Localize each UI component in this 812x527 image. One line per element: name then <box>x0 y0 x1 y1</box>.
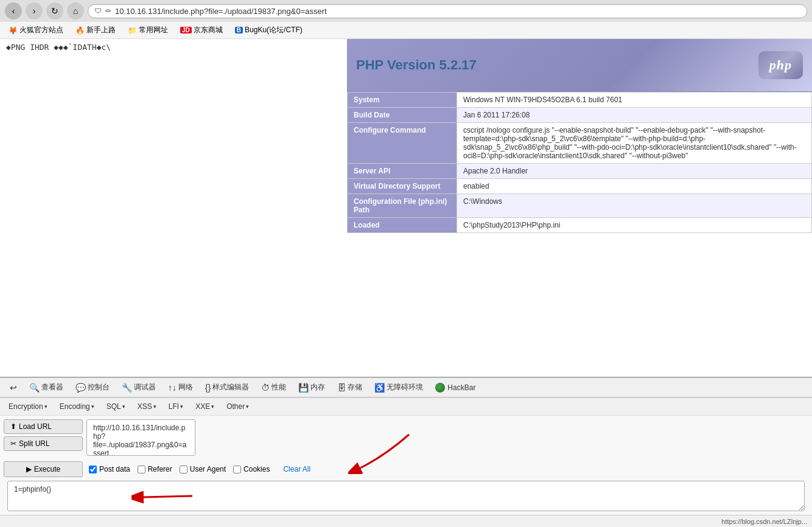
accessibility-icon: ♿ <box>374 383 385 393</box>
post-data-label: Post data <box>99 465 130 473</box>
php-table-row: Configure Commandcscript /nologo configu… <box>348 123 812 164</box>
php-table-value: C:\phpStudy2013\PHP\php.ini <box>457 218 812 233</box>
menu-other[interactable]: Other ▾ <box>223 400 253 413</box>
status-bar: https://blog.csdn.net/LZlnjp... <box>0 515 812 527</box>
post-data-checkbox-item: Post data <box>89 465 130 473</box>
devtools-debugger[interactable]: 🔧 调试器 <box>117 380 161 395</box>
php-table-row: LoadedC:\phpStudy2013\PHP\php.ini <box>348 218 812 233</box>
php-table-value: Apache 2.0 Handler <box>457 164 812 179</box>
hackbar-tab[interactable]: HackBar <box>430 380 480 395</box>
security-icon: 🛡 <box>94 7 102 15</box>
bookmark-bugku[interactable]: B BugKu(论坛/CTF) <box>231 24 306 37</box>
php-table-label: Loaded <box>348 218 457 233</box>
devtools-performance[interactable]: ⏱ 性能 <box>256 380 291 395</box>
devtools-storage[interactable]: 🗄 存储 <box>332 380 367 395</box>
address-bar[interactable]: 🛡 ✏ 10.10.16.131/include.php?file=./uplo… <box>88 4 807 18</box>
devtools-style-editor[interactable]: {} 样式编辑器 <box>200 380 254 395</box>
address-path: /include.php?file=./upload/19837.png&0=a… <box>161 7 327 16</box>
style-editor-icon: {} <box>205 383 211 393</box>
devtools-inspector[interactable]: 🔍 查看器 <box>24 380 68 395</box>
bookmark-label: 火狐官方站点 <box>19 25 63 35</box>
menu-encoding[interactable]: Encoding ▾ <box>56 400 98 413</box>
checkboxes-row: Post data Referer User Agent Cookies C <box>89 465 808 473</box>
split-url-label: Split URL <box>19 439 50 448</box>
back-button[interactable]: ‹ <box>5 2 22 19</box>
xxe-dropdown-arrow: ▾ <box>211 403 214 410</box>
php-table-label: Server API <box>348 164 457 179</box>
php-table-row: Build DateJan 6 2011 17:26:08 <box>348 108 812 123</box>
php-table-label: Configure Command <box>348 123 457 164</box>
debugger-icon: 🔧 <box>122 383 132 393</box>
bookmark-common[interactable]: 📁 常用网址 <box>124 24 172 37</box>
bookmark-label: 常用网址 <box>139 25 168 35</box>
load-url-button[interactable]: ⬆ Load URL <box>4 419 83 434</box>
bookmark-firefox[interactable]: 🦊 火狐官方站点 <box>5 24 67 37</box>
php-version-title: PHP Version 5.2.17 <box>356 57 477 73</box>
hackbar-body: ⬆ Load URL ✂ Split URL http://10.10.16.1… <box>0 416 812 515</box>
referer-label: Referer <box>148 465 172 473</box>
referer-checkbox[interactable] <box>138 466 145 473</box>
lfi-label: LFI <box>169 402 179 411</box>
devtools-network[interactable]: ↑↓ 网络 <box>163 380 198 395</box>
flame-icon: 🔥 <box>75 26 85 35</box>
lfi-dropdown-arrow: ▾ <box>180 403 183 410</box>
php-table-row: SystemWindows NT WIN-T9HDS45O2BA 6.1 bui… <box>348 92 812 108</box>
forward-button[interactable]: › <box>26 2 43 19</box>
hackbar-menu: Encryption ▾ Encoding ▾ SQL ▾ XSS ▾ LFI … <box>0 398 812 416</box>
content-area: ◆PNG IHDR ◆◆◆`IDATH◆c\ PHP Version 5.2.1… <box>0 39 812 377</box>
address-host: 10.10.16.131 <box>115 7 161 16</box>
browser-window: ‹ › ↻ ⌂ 🛡 ✏ 10.10.16.131/include.php?fil… <box>0 0 812 527</box>
sql-dropdown-arrow: ▾ <box>122 403 125 410</box>
menu-xxe[interactable]: XXE ▾ <box>192 400 218 413</box>
clear-all-button[interactable]: Clear All <box>283 465 310 473</box>
load-icon: ⬆ <box>10 422 16 431</box>
execute-button[interactable]: ▶ Execute <box>4 461 83 477</box>
status-url: https://blog.csdn.net/LZlnjp... <box>721 518 807 525</box>
devtools-console[interactable]: 💬 控制台 <box>71 380 114 395</box>
post-data-input[interactable]: 1=phpinfo() <box>7 481 805 511</box>
php-logo: php <box>758 51 803 79</box>
post-data-wrapper: 1=phpinfo() <box>4 481 808 511</box>
execute-row: ▶ Execute Post data Referer User Agent <box>4 461 808 477</box>
php-table-row: Virtual Directory Supportenabled <box>348 179 812 194</box>
network-icon: ↑↓ <box>168 383 177 393</box>
devtools-bar: ↩ 🔍 查看器 💬 控制台 🔧 调试器 ↑↓ 网络 {} 样式编辑器 ⏱ 性能 … <box>0 377 812 397</box>
post-data-checkbox[interactable] <box>89 466 97 473</box>
bookmark-newbie[interactable]: 🔥 新手上路 <box>72 24 119 37</box>
menu-lfi[interactable]: LFI ▾ <box>165 400 187 413</box>
devtools-inspector-toggle[interactable]: ↩ <box>5 380 22 395</box>
cookies-checkbox[interactable] <box>233 466 241 473</box>
encryption-dropdown-arrow: ▾ <box>44 403 47 410</box>
referer-checkbox-item: Referer <box>138 465 172 473</box>
bookmark-jd[interactable]: JD 京东商城 <box>177 24 226 37</box>
php-info-section: PHP Version 5.2.17 php SystemWindows NT … <box>347 39 812 233</box>
user-agent-label: User Agent <box>190 465 226 473</box>
menu-xss[interactable]: XSS ▾ <box>134 400 160 413</box>
devtools-inspector-label: 查看器 <box>41 382 63 393</box>
memory-icon: 💾 <box>298 383 309 393</box>
edit-icon: ✏ <box>105 7 111 15</box>
user-agent-checkbox[interactable] <box>180 466 187 473</box>
other-dropdown-arrow: ▾ <box>246 403 249 410</box>
menu-sql[interactable]: SQL ▾ <box>103 400 129 413</box>
devtools-memory[interactable]: 💾 内存 <box>293 380 330 395</box>
hackbar-panel: Encryption ▾ Encoding ▾ SQL ▾ XSS ▾ LFI … <box>0 397 812 515</box>
home-button[interactable]: ⌂ <box>67 2 84 19</box>
encoding-label: Encoding <box>60 402 90 411</box>
url-input[interactable]: http://10.10.16.131/include.php?file=./u… <box>86 419 195 456</box>
inspector-toggle-icon: ↩ <box>10 383 17 393</box>
execute-label: Execute <box>34 465 60 473</box>
devtools-debugger-label: 调试器 <box>134 382 156 393</box>
jd-icon: JD <box>180 27 192 33</box>
devtools-style-editor-label: 样式编辑器 <box>212 382 249 393</box>
url-input-wrapper: http://10.10.16.131/include.php?file=./u… <box>86 419 808 458</box>
menu-encryption[interactable]: Encryption ▾ <box>5 400 51 413</box>
php-table-row: Server APIApache 2.0 Handler <box>348 164 812 179</box>
split-url-button[interactable]: ✂ Split URL <box>4 436 83 451</box>
devtools-accessibility[interactable]: ♿ 无障碍环境 <box>369 380 428 395</box>
execute-icon: ▶ <box>26 465 32 473</box>
address-text: 10.10.16.131/include.php?file=./upload/1… <box>115 7 800 16</box>
refresh-button[interactable]: ↻ <box>46 2 63 19</box>
encoding-dropdown-arrow: ▾ <box>91 403 94 410</box>
inspector-icon: 🔍 <box>29 383 40 393</box>
